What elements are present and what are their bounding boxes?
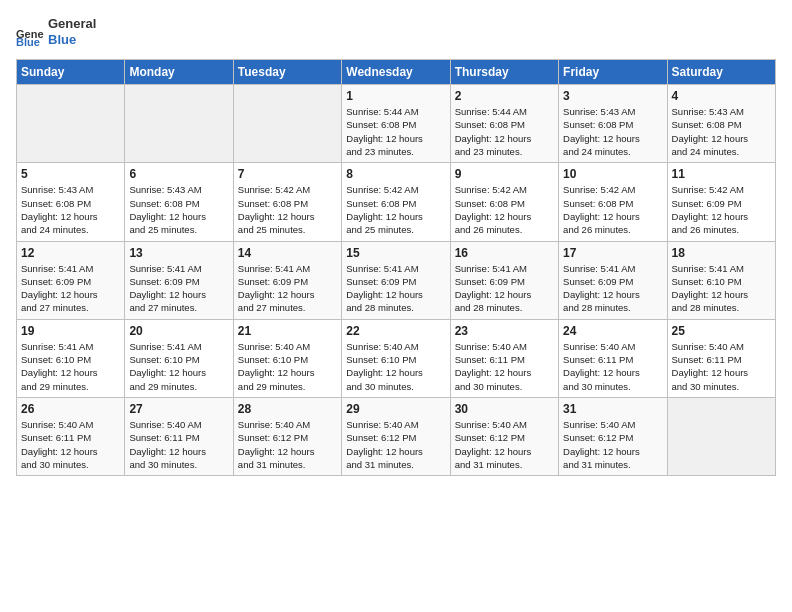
day-number: 29 [346, 402, 445, 416]
day-info: Sunrise: 5:40 AMSunset: 6:10 PMDaylight:… [238, 340, 337, 393]
day-info: Sunrise: 5:42 AMSunset: 6:09 PMDaylight:… [672, 183, 771, 236]
weekday-header-saturday: Saturday [667, 60, 775, 85]
calendar-cell: 21Sunrise: 5:40 AMSunset: 6:10 PMDayligh… [233, 319, 341, 397]
day-info: Sunrise: 5:42 AMSunset: 6:08 PMDaylight:… [346, 183, 445, 236]
day-info: Sunrise: 5:42 AMSunset: 6:08 PMDaylight:… [238, 183, 337, 236]
calendar-cell: 22Sunrise: 5:40 AMSunset: 6:10 PMDayligh… [342, 319, 450, 397]
calendar-cell: 20Sunrise: 5:41 AMSunset: 6:10 PMDayligh… [125, 319, 233, 397]
day-number: 3 [563, 89, 662, 103]
weekday-header-sunday: Sunday [17, 60, 125, 85]
calendar-cell: 31Sunrise: 5:40 AMSunset: 6:12 PMDayligh… [559, 397, 667, 475]
calendar-cell [233, 85, 341, 163]
day-info: Sunrise: 5:44 AMSunset: 6:08 PMDaylight:… [455, 105, 554, 158]
calendar-cell: 14Sunrise: 5:41 AMSunset: 6:09 PMDayligh… [233, 241, 341, 319]
day-info: Sunrise: 5:43 AMSunset: 6:08 PMDaylight:… [563, 105, 662, 158]
calendar-cell: 1Sunrise: 5:44 AMSunset: 6:08 PMDaylight… [342, 85, 450, 163]
day-number: 14 [238, 246, 337, 260]
calendar-cell: 24Sunrise: 5:40 AMSunset: 6:11 PMDayligh… [559, 319, 667, 397]
day-number: 20 [129, 324, 228, 338]
day-info: Sunrise: 5:44 AMSunset: 6:08 PMDaylight:… [346, 105, 445, 158]
day-number: 9 [455, 167, 554, 181]
day-number: 18 [672, 246, 771, 260]
calendar-cell: 2Sunrise: 5:44 AMSunset: 6:08 PMDaylight… [450, 85, 558, 163]
weekday-header-tuesday: Tuesday [233, 60, 341, 85]
day-info: Sunrise: 5:41 AMSunset: 6:10 PMDaylight:… [21, 340, 120, 393]
day-info: Sunrise: 5:40 AMSunset: 6:11 PMDaylight:… [563, 340, 662, 393]
day-info: Sunrise: 5:40 AMSunset: 6:11 PMDaylight:… [455, 340, 554, 393]
day-number: 28 [238, 402, 337, 416]
day-number: 21 [238, 324, 337, 338]
day-number: 23 [455, 324, 554, 338]
calendar-cell: 28Sunrise: 5:40 AMSunset: 6:12 PMDayligh… [233, 397, 341, 475]
day-info: Sunrise: 5:40 AMSunset: 6:11 PMDaylight:… [672, 340, 771, 393]
day-number: 13 [129, 246, 228, 260]
day-info: Sunrise: 5:41 AMSunset: 6:09 PMDaylight:… [21, 262, 120, 315]
day-info: Sunrise: 5:41 AMSunset: 6:09 PMDaylight:… [346, 262, 445, 315]
calendar-cell [125, 85, 233, 163]
svg-text:Blue: Blue [16, 36, 40, 46]
calendar-cell: 26Sunrise: 5:40 AMSunset: 6:11 PMDayligh… [17, 397, 125, 475]
day-info: Sunrise: 5:40 AMSunset: 6:11 PMDaylight:… [129, 418, 228, 471]
calendar-cell: 4Sunrise: 5:43 AMSunset: 6:08 PMDaylight… [667, 85, 775, 163]
calendar-cell: 5Sunrise: 5:43 AMSunset: 6:08 PMDaylight… [17, 163, 125, 241]
calendar-cell: 11Sunrise: 5:42 AMSunset: 6:09 PMDayligh… [667, 163, 775, 241]
day-number: 25 [672, 324, 771, 338]
calendar-cell: 7Sunrise: 5:42 AMSunset: 6:08 PMDaylight… [233, 163, 341, 241]
day-info: Sunrise: 5:40 AMSunset: 6:12 PMDaylight:… [238, 418, 337, 471]
day-number: 30 [455, 402, 554, 416]
calendar-cell: 12Sunrise: 5:41 AMSunset: 6:09 PMDayligh… [17, 241, 125, 319]
day-number: 11 [672, 167, 771, 181]
day-number: 10 [563, 167, 662, 181]
day-info: Sunrise: 5:43 AMSunset: 6:08 PMDaylight:… [672, 105, 771, 158]
calendar-cell: 13Sunrise: 5:41 AMSunset: 6:09 PMDayligh… [125, 241, 233, 319]
day-number: 2 [455, 89, 554, 103]
day-number: 1 [346, 89, 445, 103]
day-number: 15 [346, 246, 445, 260]
day-info: Sunrise: 5:40 AMSunset: 6:12 PMDaylight:… [455, 418, 554, 471]
calendar-header-row: SundayMondayTuesdayWednesdayThursdayFrid… [17, 60, 776, 85]
page-header: General Blue General Blue [16, 16, 776, 47]
day-info: Sunrise: 5:43 AMSunset: 6:08 PMDaylight:… [129, 183, 228, 236]
calendar-cell: 27Sunrise: 5:40 AMSunset: 6:11 PMDayligh… [125, 397, 233, 475]
calendar-cell: 29Sunrise: 5:40 AMSunset: 6:12 PMDayligh… [342, 397, 450, 475]
day-number: 31 [563, 402, 662, 416]
calendar-cell: 30Sunrise: 5:40 AMSunset: 6:12 PMDayligh… [450, 397, 558, 475]
calendar-cell [667, 397, 775, 475]
calendar-cell: 15Sunrise: 5:41 AMSunset: 6:09 PMDayligh… [342, 241, 450, 319]
calendar-cell: 25Sunrise: 5:40 AMSunset: 6:11 PMDayligh… [667, 319, 775, 397]
weekday-header-thursday: Thursday [450, 60, 558, 85]
day-number: 22 [346, 324, 445, 338]
day-number: 5 [21, 167, 120, 181]
logo: General Blue General Blue [16, 16, 96, 47]
day-number: 7 [238, 167, 337, 181]
day-info: Sunrise: 5:41 AMSunset: 6:10 PMDaylight:… [129, 340, 228, 393]
logo-icon: General Blue [16, 18, 44, 46]
day-info: Sunrise: 5:41 AMSunset: 6:09 PMDaylight:… [238, 262, 337, 315]
calendar-cell: 16Sunrise: 5:41 AMSunset: 6:09 PMDayligh… [450, 241, 558, 319]
calendar-week-4: 19Sunrise: 5:41 AMSunset: 6:10 PMDayligh… [17, 319, 776, 397]
calendar-cell: 10Sunrise: 5:42 AMSunset: 6:08 PMDayligh… [559, 163, 667, 241]
logo-blue-text: Blue [48, 32, 96, 48]
day-number: 24 [563, 324, 662, 338]
logo-general-text: General [48, 16, 96, 32]
day-number: 27 [129, 402, 228, 416]
day-info: Sunrise: 5:42 AMSunset: 6:08 PMDaylight:… [455, 183, 554, 236]
weekday-header-friday: Friday [559, 60, 667, 85]
day-info: Sunrise: 5:43 AMSunset: 6:08 PMDaylight:… [21, 183, 120, 236]
day-number: 19 [21, 324, 120, 338]
calendar-cell: 18Sunrise: 5:41 AMSunset: 6:10 PMDayligh… [667, 241, 775, 319]
weekday-header-monday: Monday [125, 60, 233, 85]
day-info: Sunrise: 5:40 AMSunset: 6:10 PMDaylight:… [346, 340, 445, 393]
calendar-cell: 6Sunrise: 5:43 AMSunset: 6:08 PMDaylight… [125, 163, 233, 241]
day-info: Sunrise: 5:41 AMSunset: 6:09 PMDaylight:… [563, 262, 662, 315]
calendar-week-2: 5Sunrise: 5:43 AMSunset: 6:08 PMDaylight… [17, 163, 776, 241]
day-number: 26 [21, 402, 120, 416]
calendar-cell: 3Sunrise: 5:43 AMSunset: 6:08 PMDaylight… [559, 85, 667, 163]
weekday-header-wednesday: Wednesday [342, 60, 450, 85]
calendar-week-3: 12Sunrise: 5:41 AMSunset: 6:09 PMDayligh… [17, 241, 776, 319]
day-info: Sunrise: 5:41 AMSunset: 6:09 PMDaylight:… [129, 262, 228, 315]
day-number: 4 [672, 89, 771, 103]
day-number: 6 [129, 167, 228, 181]
day-info: Sunrise: 5:40 AMSunset: 6:12 PMDaylight:… [563, 418, 662, 471]
day-info: Sunrise: 5:42 AMSunset: 6:08 PMDaylight:… [563, 183, 662, 236]
